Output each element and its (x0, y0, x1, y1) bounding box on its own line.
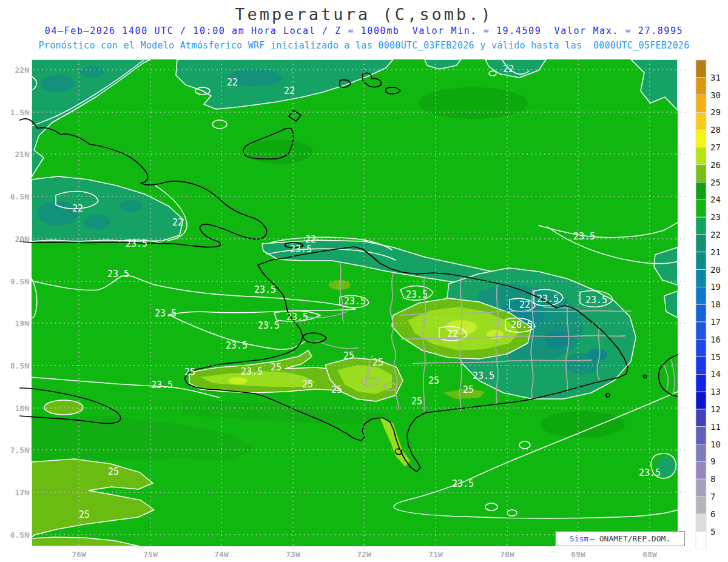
colorbar-label: 31 (710, 73, 721, 82)
contour-label: 25 (428, 375, 439, 386)
colorbar-label: 13 (710, 387, 721, 396)
watermark-brand: Sis (570, 534, 584, 543)
colorbar-swatch (696, 130, 706, 147)
colorbar-label: 11 (710, 422, 721, 432)
lon-label: 70W (500, 550, 514, 559)
contour-label: 22 (503, 64, 514, 75)
colorbar-swatch (696, 479, 706, 497)
lon-label: 72W (357, 550, 371, 559)
colorbar-label: 19 (710, 282, 721, 292)
contour-label: 23.5 (344, 296, 366, 307)
teal-deep-spot (120, 200, 142, 212)
contour-label: 23.5 (537, 293, 559, 304)
contour-label: 22 (72, 203, 83, 214)
lat-label: 20N (15, 235, 30, 244)
contour-label: 23.5 (107, 269, 129, 279)
colorbar-label: 16 (710, 335, 721, 344)
contour-label: 22 (519, 299, 530, 310)
colorbar-label: 9 (710, 457, 715, 466)
colorbar-label: 25 (710, 178, 721, 187)
lat-label: 9.5N (10, 277, 29, 286)
colorbar-swatch (696, 340, 706, 357)
colorbar-swatch (696, 514, 706, 532)
colorbar-label: 5 (710, 527, 715, 537)
teal-deep-spot (84, 215, 110, 229)
colorbar-swatch (696, 357, 706, 375)
teal-core (588, 349, 607, 361)
colorbar-label: 23 (710, 212, 721, 222)
colorbar-label: 27 (710, 142, 721, 152)
teal-deep-spot (41, 75, 75, 92)
colorbar-label: 26 (710, 160, 721, 170)
lat-label: 1.5N (10, 108, 29, 117)
colorbar-swatch (696, 199, 706, 217)
contour-label: 23.5 (254, 284, 276, 295)
subtitle-validtime: 04–Feb–2026 1400 UTC / 10:00 am Hora Loc… (0, 25, 728, 36)
colorbar-label: 12 (710, 404, 721, 414)
lon-label: 68W (642, 550, 657, 559)
contour-label: 25 (184, 367, 195, 378)
contour-label: 23.5 (573, 231, 595, 242)
colorbar-swatch (696, 235, 706, 252)
contour-label: 22 (227, 77, 238, 88)
contour-label: 25 (411, 396, 422, 407)
colorbar-swatch (696, 147, 706, 165)
contour-label: 25 (108, 466, 119, 477)
contour-label: 23.5 (290, 244, 312, 255)
lat-label: 6.5N (10, 530, 29, 540)
lon-label: 74W (214, 550, 229, 559)
contour-label: 25 (79, 509, 90, 520)
lat-label: 19N (15, 319, 30, 328)
bright-spot (487, 330, 504, 340)
bright-spot (228, 377, 248, 384)
lat-label: 0.5N (10, 192, 29, 201)
colorbar-label: 30 (710, 90, 721, 100)
colorbar-swatch (696, 78, 706, 95)
colorbar-label: 10 (710, 440, 721, 449)
colorbar-swatch (696, 392, 706, 409)
contour-label: 23.5 (126, 238, 147, 249)
lon-label: 69W (571, 550, 585, 559)
colorbar-label: 29 (710, 107, 721, 117)
colorbar-swatch (696, 497, 706, 514)
subtitle-model-info: Pronóstico con el Modelo Atmósferico WRF… (0, 40, 728, 51)
lon-axis-labels: 76W75W74W73W72W71W70W69W68W (72, 550, 657, 559)
contour-label: 23.5 (226, 340, 248, 351)
lon-label: 73W (286, 550, 300, 559)
contour-label: 23.5 (452, 478, 474, 489)
colorbar-swatch (696, 60, 706, 78)
map-canvas: 22N1.5N21N0.5N20N9.5N19N8.5N18N7.5N17N6.… (0, 0, 728, 562)
colorbar-swatch (696, 252, 706, 270)
contour-label: 25 (372, 357, 383, 368)
teal-deep-spot (80, 66, 104, 77)
lat-label: 7.5N (10, 446, 29, 455)
colorbar-swatch (696, 532, 706, 549)
colorbar-label: 21 (710, 247, 721, 257)
colorbar-swatch (696, 182, 706, 200)
contour-label: 23.5 (241, 366, 263, 377)
lat-label: 8.5N (10, 361, 29, 370)
contour-label: 22 (284, 85, 295, 96)
weather-map-page: 22N1.5N21N0.5N20N9.5N19N8.5N18N7.5N17N6.… (0, 0, 728, 562)
colorbar-swatch (696, 444, 706, 462)
colorbar-swatch (696, 270, 706, 287)
page-title: Temperatura (C,somb.) (0, 5, 728, 24)
contour-label: 25 (271, 362, 281, 373)
contour-label: 25 (331, 384, 342, 395)
colorbar-swatch (696, 427, 706, 444)
colorbar-swatch (696, 112, 706, 130)
contour-label: 25 (463, 384, 474, 395)
colorbar-label: 14 (710, 369, 721, 379)
colorbar-swatch (696, 217, 706, 235)
cool-blob (419, 87, 528, 119)
pi-icon: π (584, 534, 588, 543)
contour-label: 23.5 (155, 308, 177, 319)
colorbar-swatches (696, 60, 706, 549)
contour-label: 25 (343, 350, 354, 361)
colorbar-label: 22 (710, 230, 721, 239)
colorbar-swatch (696, 165, 706, 182)
cool-blob (246, 139, 312, 164)
contour-label: 25 (302, 379, 313, 390)
colorbar-swatch (696, 287, 706, 304)
colorbar-label: 24 (710, 195, 721, 204)
